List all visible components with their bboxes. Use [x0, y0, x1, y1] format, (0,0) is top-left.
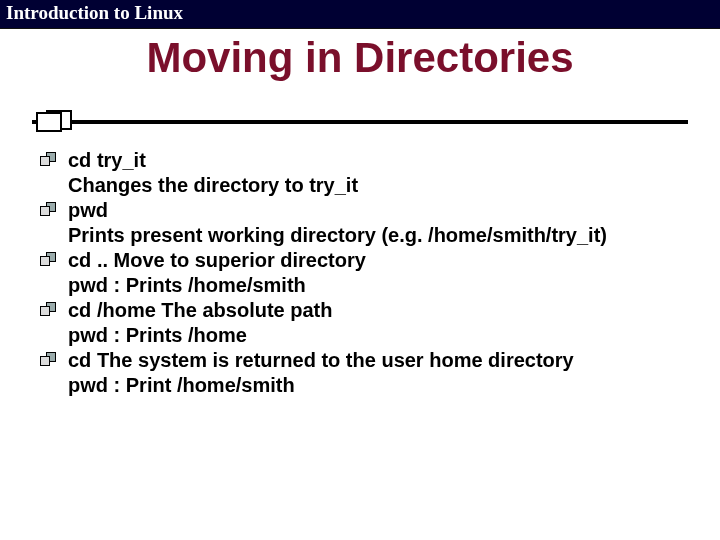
bullet-text: cd /home The absolute path — [68, 298, 680, 323]
bullet-subtext: Prints present working directory (e.g. /… — [68, 223, 680, 248]
bullet-subtext: pwd : Prints /home/smith — [68, 273, 680, 298]
bullet-icon — [40, 352, 62, 374]
content-area: cd try_it Changes the directory to try_i… — [40, 148, 680, 398]
bullet-text: cd try_it — [68, 148, 680, 173]
list-item: cd The system is returned to the user ho… — [40, 348, 680, 373]
bullet-subtext: pwd : Print /home/smith — [68, 373, 680, 398]
bullet-text: cd .. Move to superior directory — [68, 248, 680, 273]
list-item: pwd — [40, 198, 680, 223]
bullet-icon — [40, 152, 62, 174]
list-item: cd /home The absolute path — [40, 298, 680, 323]
list-item: cd try_it — [40, 148, 680, 173]
bullet-text: pwd — [68, 198, 680, 223]
slide: Introduction to Linux Moving in Director… — [0, 0, 720, 540]
title-divider — [32, 110, 688, 130]
list-item: cd .. Move to superior directory — [40, 248, 680, 273]
bullet-subtext: pwd : Prints /home — [68, 323, 680, 348]
divider-line — [32, 120, 688, 124]
bullet-text: cd The system is returned to the user ho… — [68, 348, 680, 373]
course-title: Introduction to Linux — [0, 0, 720, 26]
bullet-icon — [40, 302, 62, 324]
bullet-icon — [40, 202, 62, 224]
header-bar: Introduction to Linux — [0, 0, 720, 29]
bullet-icon — [40, 252, 62, 274]
bullet-subtext: Changes the directory to try_it — [68, 173, 680, 198]
slide-title: Moving in Directories — [0, 34, 720, 82]
divider-box-front — [36, 112, 62, 132]
